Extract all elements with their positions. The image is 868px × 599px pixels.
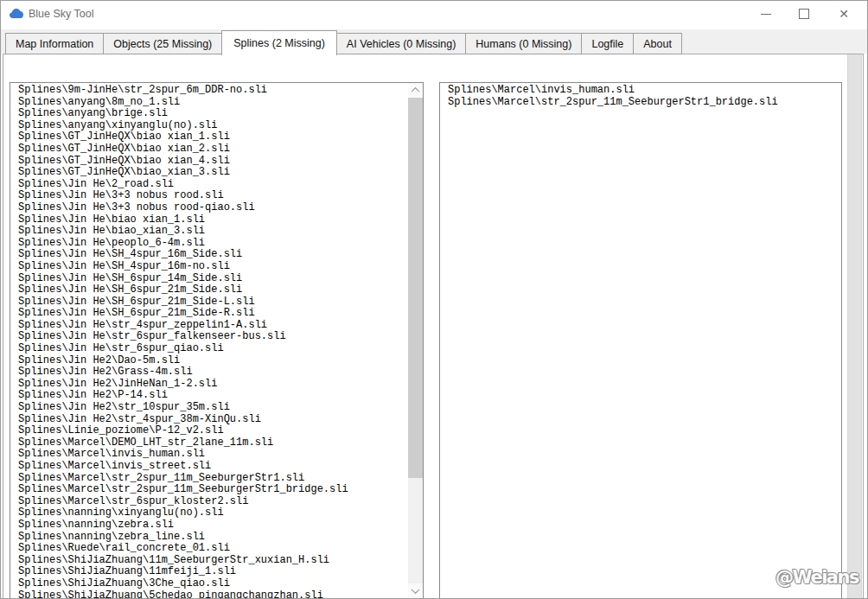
list-item[interactable]: Splines\Jin He\str_6spur_qiao.sli <box>18 343 407 355</box>
list-item[interactable]: Splines\Jin He2\P-14.sli <box>18 390 407 402</box>
list-item[interactable]: Splines\GT_JinHeQX\biao_xian_3.sli <box>18 167 407 179</box>
scroll-down-button[interactable] <box>408 583 423 598</box>
titlebar: Blue Sky Tool ✕ <box>1 1 867 29</box>
list-item[interactable]: Splines\Marcel\str_6spur_kloster2.sli <box>18 496 407 508</box>
tab-about[interactable]: About <box>633 33 682 54</box>
list-item[interactable]: Splines\Jin He2\str_10spur_35m.sli <box>18 402 407 414</box>
list-item[interactable]: Splines\Marcel\invis_human.sli <box>18 449 407 461</box>
minimize-icon <box>761 14 771 15</box>
list-item[interactable]: Splines\Marcel\DEMO_LHT_str_2lane_11m.sl… <box>18 437 407 449</box>
list-item[interactable]: Splines\anyang\xinyanglu(no).sli <box>18 120 407 132</box>
list-item[interactable]: Splines\Jin He\SH_6spur_21m_Side.sli <box>18 284 407 296</box>
list-item[interactable]: Splines\nanning\zebra_line.sli <box>18 532 407 544</box>
list-item[interactable]: Splines\Jin He\str_6spur_falkenseer-bus.… <box>18 331 407 343</box>
close-icon: ✕ <box>839 8 849 20</box>
maximize-button[interactable] <box>789 1 819 27</box>
app-window: Blue Sky Tool ✕ Map InformationObjects (… <box>0 0 868 599</box>
list-item[interactable]: Splines\GT_JinHeQX\biao xian_1.sli <box>18 131 407 143</box>
list-item[interactable]: Splines\Jin He\SH_4spur_16m_Side.sli <box>18 249 407 261</box>
tab-humans-0-missing[interactable]: Humans (0 Missing) <box>465 33 582 54</box>
list-item[interactable]: Splines\Linie_poziome\P-12_v2.sli <box>18 425 407 437</box>
scroll-down-icon <box>412 585 420 594</box>
tab-logfile[interactable]: Logfile <box>581 33 634 54</box>
list-item[interactable]: Splines\Jin He\3+3 nobus rood-qiao.sli <box>18 202 407 214</box>
all-splines-scrollbar[interactable] <box>408 83 423 598</box>
scroll-up-icon <box>412 87 420 96</box>
list-item[interactable]: Splines\anyang\8m_no_1.sli <box>18 97 407 109</box>
list-item[interactable]: Splines\Jin He\2_road.sli <box>18 179 407 191</box>
watermark: @Weians <box>775 567 858 588</box>
list-item[interactable]: Splines\Jin He\str_4spur_zeppelin1-A.sli <box>18 320 407 332</box>
window-title: Blue Sky Tool <box>29 8 94 20</box>
scrollbar-thumb[interactable] <box>408 98 423 478</box>
list-item[interactable]: Splines\Marcel\str_2spur_11m_SeeburgerSt… <box>18 473 407 485</box>
page-scrollbar-track[interactable] <box>847 54 862 599</box>
list-item[interactable]: Splines\Jin He2\JinHeNan_1-2.sli <box>18 379 407 391</box>
tab-splines-2-missing[interactable]: Splines (2 Missing) <box>221 30 337 55</box>
list-item[interactable]: Splines\nanning\zebra.sli <box>18 519 407 532</box>
list-item[interactable]: Splines\GT_JinHeQX\biao xian_2.sli <box>18 143 407 156</box>
list-item[interactable]: Splines\Marcel\str_2spur_11m_SeeburgerSt… <box>448 97 841 109</box>
list-item[interactable]: Splines\ShiJiaZhuang\5chedao_pingangchan… <box>18 590 407 598</box>
list-item[interactable]: Splines\Jin He\peoplo_6-4m.sli <box>18 238 407 250</box>
list-item[interactable]: Splines\Jin He\3+3 nobus rood.sli <box>18 190 407 202</box>
list-item[interactable]: Splines\ShiJiaZhuang\3Che_qiao.sli <box>18 578 407 590</box>
list-item[interactable]: Splines\Jin He\biao xian_1.sli <box>18 214 407 226</box>
list-item[interactable]: Splines\anyang\brige.sli <box>18 108 407 120</box>
minimize-button[interactable] <box>751 1 781 27</box>
list-item[interactable]: Splines\Marcel\invis_street.sli <box>18 461 407 473</box>
list-item[interactable]: Splines\Marcel\invis_human.sli <box>448 85 841 97</box>
tab-objects-25-missing[interactable]: Objects (25 Missing) <box>103 33 222 54</box>
close-button[interactable]: ✕ <box>829 1 858 27</box>
all-splines-list: Splines\9m-JinHe\str_2spur_6m_DDR-no.sli… <box>10 82 424 599</box>
scroll-up-button[interactable] <box>408 83 423 98</box>
list-item[interactable]: Splines\Marcel\str_2spur_11m_SeeburgerSt… <box>18 484 407 496</box>
list-item[interactable]: Splines\Jin He\biao_xian_3.sli <box>18 226 407 238</box>
list-item[interactable]: Splines\GT_JinHeQX\biao xian_4.sli <box>18 156 407 168</box>
list-item[interactable]: Splines\Jin He\SH_6spur_14m_Side.sli <box>18 273 407 285</box>
tab-map-information[interactable]: Map Information <box>5 33 104 54</box>
list-item[interactable]: Splines\nanning\xinyanglu(no).sli <box>18 507 407 519</box>
list-item[interactable]: Splines\Jin He\SH_6spur_21m_Side-R.sli <box>18 308 407 320</box>
list-item[interactable]: Splines\Ruede\rail_concrete_01.sli <box>18 543 407 555</box>
tab-ai-vehicles-0-missing[interactable]: AI Vehicles (0 Missing) <box>336 33 466 54</box>
missing-splines-list: Splines\Marcel\invis_human.sliSplines\Ma… <box>439 82 842 599</box>
tab-bar: Map InformationObjects (25 Missing)Splin… <box>5 31 681 54</box>
list-item[interactable]: Splines\Jin He2\Dao-5m.sli <box>18 355 407 367</box>
list-item[interactable]: Splines\Jin He\SH_6spur_21m_Side-L.sli <box>18 296 407 309</box>
all-splines-rows: Splines\9m-JinHe\str_2spur_6m_DDR-no.sli… <box>10 85 407 598</box>
list-item[interactable]: Splines\9m-JinHe\str_2spur_6m_DDR-no.sli <box>18 85 407 97</box>
missing-splines-rows: Splines\Marcel\invis_human.sliSplines\Ma… <box>440 85 841 598</box>
list-item[interactable]: Splines\ShiJiaZhuang\11mfeiji_1.sli <box>18 566 407 578</box>
list-item[interactable]: Splines\Jin He2\Grass-4m.sli <box>18 366 407 379</box>
list-item[interactable]: Splines\Jin He2\str_4spur_38m-XinQu.sli <box>18 414 407 426</box>
cloud-icon <box>9 7 24 22</box>
list-item[interactable]: Splines\ShiJiaZhuang\11m_SeeburgerStr_xu… <box>18 555 407 567</box>
list-item[interactable]: Splines\Jin He\SH_4spur_16m-no.sli <box>18 261 407 273</box>
maximize-icon <box>799 9 809 19</box>
